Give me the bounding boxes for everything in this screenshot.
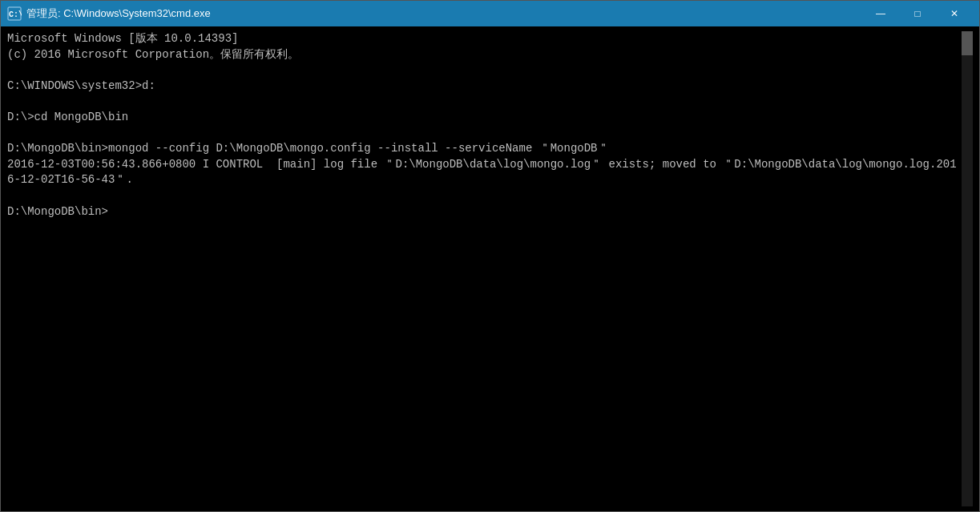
terminal-line-6: D:\>cd MongoDB\bin (7, 111, 128, 123)
close-button[interactable]: ✕ (936, 1, 973, 26)
terminal-content: Microsoft Windows [版本 10.0.14393] (c) 20… (7, 31, 962, 506)
svg-text:C:\: C:\ (9, 10, 22, 19)
scrollbar[interactable] (962, 31, 973, 506)
terminal-body[interactable]: Microsoft Windows [版本 10.0.14393] (c) 20… (1, 26, 979, 511)
terminal-line-8: D:\MongoDB\bin>mongod --config D:\MongoD… (7, 142, 609, 155)
cmd-icon: C:\ (7, 6, 22, 21)
cmd-window: C:\ 管理员: C:\Windows\System32\cmd.exe — □… (0, 0, 980, 512)
window-title: 管理员: C:\Windows\System32\cmd.exe (26, 6, 862, 21)
minimize-button[interactable]: — (862, 1, 899, 26)
window-controls: — □ ✕ (862, 1, 973, 26)
terminal-line-11: D:\MongoDB\bin> (7, 205, 108, 218)
terminal-line-2: (c) 2016 Microsoft Corporation。保留所有权利。 (7, 48, 299, 61)
titlebar: C:\ 管理员: C:\Windows\System32\cmd.exe — □… (1, 1, 979, 26)
terminal-line-1: Microsoft Windows [版本 10.0.14393] (7, 32, 238, 45)
maximize-button[interactable]: □ (899, 1, 936, 26)
scrollbar-thumb[interactable] (962, 31, 973, 55)
terminal-line-9: 2016-12-03T00:56:43.866+0800 I CONTROL [… (7, 158, 957, 187)
terminal-line-4: C:\WINDOWS\system32>d: (7, 79, 155, 92)
